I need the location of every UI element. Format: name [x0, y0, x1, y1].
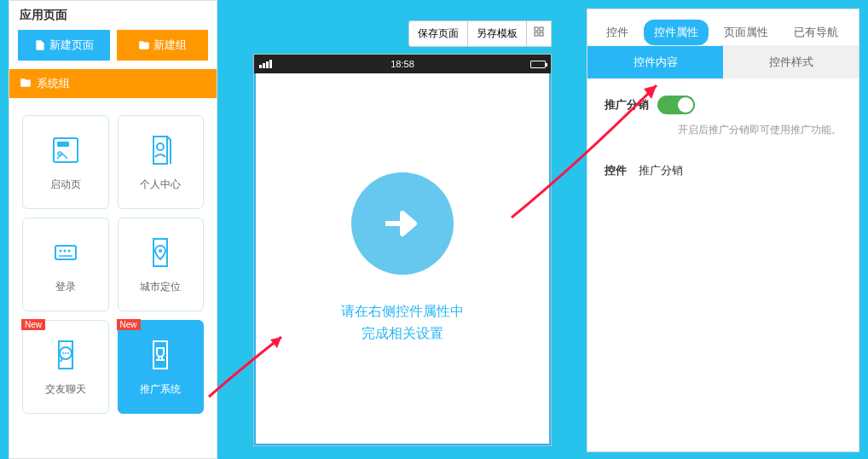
group-name: 系统组: [37, 76, 70, 91]
group-header[interactable]: 系统组: [9, 69, 217, 98]
tab-page-props[interactable]: 页面属性: [714, 20, 778, 45]
svg-point-13: [67, 352, 69, 354]
file-icon: [34, 39, 46, 51]
phone-help-text: 请在右侧控件属性中 完成相关设置: [341, 300, 464, 344]
card-start-page[interactable]: 启动页: [22, 115, 109, 209]
svg-rect-1: [57, 142, 69, 147]
new-badge: New: [21, 319, 45, 330]
new-page-button[interactable]: 新建页面: [18, 30, 110, 61]
svg-point-7: [67, 249, 70, 252]
svg-rect-16: [535, 32, 538, 36]
help-line1: 请在右侧控件属性中: [341, 300, 464, 322]
toggle-hint: 开启后推广分销即可使用推广功能。: [605, 123, 842, 137]
card-label: 推广系统: [140, 382, 181, 397]
promotion-toggle[interactable]: [657, 96, 695, 114]
subtab-style[interactable]: 控件样式: [723, 46, 859, 78]
card-promotion[interactable]: New 推广系统: [118, 320, 205, 414]
toggle-row: 推广分销: [605, 96, 842, 114]
trophy-icon: [143, 338, 177, 372]
svg-point-5: [59, 249, 61, 252]
phone-canvas[interactable]: 请在右侧控件属性中 完成相关设置: [254, 73, 551, 445]
property-subtabs: 控件内容 控件样式: [587, 46, 859, 78]
tab-widget-props[interactable]: 控件属性: [644, 20, 709, 45]
svg-point-9: [159, 249, 162, 253]
toggle-label: 推广分销: [605, 97, 649, 113]
profile-icon: [143, 133, 177, 167]
phone-frame: 18:58 请在右侧控件属性中 完成相关设置: [253, 54, 552, 446]
save-page-button[interactable]: 保存页面: [408, 20, 468, 47]
start-page-icon: [49, 133, 83, 167]
card-chat[interactable]: New 交友聊天: [22, 320, 109, 414]
save-template-button[interactable]: 另存模板: [467, 20, 527, 47]
svg-point-12: [65, 352, 67, 354]
svg-rect-17: [540, 32, 543, 36]
page-title: 应用页面: [9, 1, 217, 30]
folder-icon: [138, 39, 150, 51]
new-badge: New: [117, 319, 141, 330]
new-group-button[interactable]: 新建组: [117, 30, 209, 61]
widget-type-row: 控件 推广分销: [605, 163, 842, 178]
help-line2: 完成相关设置: [341, 322, 464, 345]
property-body: 推广分销 开启后推广分销即可使用推广功能。 控件 推广分销: [587, 78, 859, 195]
folder-open-icon: [20, 77, 32, 91]
signal-icon: [259, 60, 272, 68]
status-bar: 18:58: [254, 55, 551, 73]
left-panel: 应用页面 新建页面 新建组 系统组 启动页: [9, 0, 217, 459]
new-group-label: 新建组: [153, 38, 187, 53]
button-row: 新建页面 新建组: [9, 30, 217, 69]
chat-icon: [49, 338, 83, 372]
grid-button[interactable]: [526, 20, 552, 47]
arrow-circle-icon: [351, 172, 454, 275]
tab-existing-nav[interactable]: 已有导航: [784, 20, 848, 45]
login-icon: [49, 235, 83, 270]
location-icon: [143, 235, 177, 270]
subtab-content[interactable]: 控件内容: [587, 46, 723, 78]
card-profile[interactable]: 个人中心: [118, 115, 205, 209]
section-value: 推广分销: [639, 164, 683, 177]
svg-rect-4: [55, 246, 76, 259]
section-key: 控件: [605, 164, 627, 177]
card-grid: 启动页 个人中心 登录 城市定位 New: [9, 98, 217, 431]
svg-rect-14: [535, 27, 538, 31]
battery-icon: [530, 61, 546, 68]
svg-point-6: [63, 249, 66, 252]
card-label: 登录: [55, 280, 76, 294]
card-label: 启动页: [50, 177, 81, 192]
card-location[interactable]: 城市定位: [118, 218, 205, 311]
grid-icon: [534, 26, 544, 37]
card-label: 个人中心: [140, 177, 181, 192]
status-time: 18:58: [391, 59, 414, 69]
svg-point-11: [62, 352, 64, 354]
phone-area: 保存页面 另存模板 18:58 请在右侧控件属性中 完成相关设置: [240, 0, 564, 459]
card-label: 城市定位: [140, 280, 181, 294]
tab-widget[interactable]: 控件: [596, 20, 639, 45]
svg-rect-15: [540, 27, 543, 31]
phone-toolbar: 保存页面 另存模板: [253, 20, 552, 47]
svg-point-3: [157, 143, 164, 150]
card-label: 交友聊天: [45, 382, 86, 397]
property-tabs: 控件 控件属性 页面属性 已有导航: [587, 9, 859, 46]
right-panel: 控件 控件属性 页面属性 已有导航 控件内容 控件样式 推广分销 开启后推广分销…: [587, 9, 859, 452]
card-login[interactable]: 登录: [22, 218, 109, 311]
new-page-label: 新建页面: [49, 38, 94, 53]
